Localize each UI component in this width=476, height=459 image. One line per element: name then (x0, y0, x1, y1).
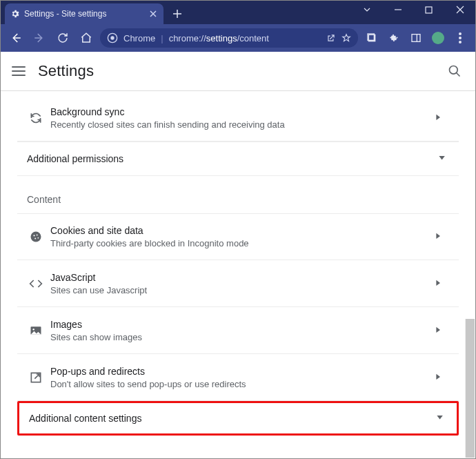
search-button[interactable] (445, 61, 464, 81)
chevron-down-icon[interactable] (351, 1, 382, 19)
site-label: Chrome (123, 33, 155, 43)
extensions-puzzle-icon[interactable] (384, 28, 404, 48)
chevron-down-icon (438, 156, 446, 162)
chevron-right-icon (430, 280, 446, 288)
cookie-icon (21, 230, 50, 244)
code-icon (21, 277, 50, 291)
window-maximize-button[interactable] (413, 1, 444, 19)
menu-button[interactable] (12, 66, 26, 76)
svg-point-11 (33, 235, 34, 236)
row-subtitle: Recently closed sites can finish sending… (50, 119, 430, 131)
gear-icon (10, 9, 20, 19)
tab-overview-icon[interactable] (362, 28, 381, 48)
nav-home-button[interactable] (77, 28, 96, 48)
svg-point-9 (450, 66, 458, 74)
new-tab-button[interactable] (168, 4, 187, 23)
share-icon[interactable] (326, 33, 336, 43)
window-titlebar: Settings - Site settings (1, 1, 475, 24)
expander-additional-permissions[interactable]: Additional permissions (17, 141, 459, 176)
nav-back-button[interactable] (6, 28, 26, 48)
row-background-sync[interactable]: Background sync Recently closed sites ca… (17, 95, 459, 141)
chevron-right-icon (430, 233, 446, 241)
address-bar[interactable]: Chrome | chrome://settings/content (100, 28, 358, 48)
browser-tab[interactable]: Settings - Site settings (5, 3, 163, 24)
tab-title: Settings - Site settings (24, 9, 106, 19)
row-title: Images (50, 318, 430, 331)
row-title: JavaScript (50, 271, 430, 284)
browser-menu-button[interactable] (450, 28, 470, 48)
bookmark-star-icon[interactable] (341, 33, 351, 43)
popup-icon (21, 371, 50, 384)
nav-reload-button[interactable] (53, 28, 72, 48)
row-subtitle: Sites can use Javascript (50, 284, 430, 297)
window-controls (351, 1, 475, 19)
settings-scroll-area: Background sync Recently closed sites ca… (1, 91, 475, 458)
svg-point-6 (459, 32, 462, 35)
svg-rect-5 (412, 35, 420, 42)
chevron-right-icon (430, 114, 446, 122)
chevron-down-icon (436, 416, 444, 421)
row-title: Background sync (50, 105, 430, 119)
chevron-right-icon (430, 373, 446, 382)
svg-point-8 (459, 41, 462, 43)
row-javascript[interactable]: JavaScript Sites can use Javascript (17, 260, 459, 307)
chevron-right-icon (430, 326, 446, 335)
row-subtitle: Don't allow sites to send pop-ups or use… (50, 378, 430, 391)
chrome-site-icon (107, 32, 118, 43)
settings-header: Settings (1, 52, 475, 90)
row-title: Pop-ups and redirects (50, 364, 430, 378)
scrollbar[interactable] (465, 319, 475, 458)
browser-toolbar: Chrome | chrome://settings/content (1, 24, 475, 52)
window-close-button[interactable] (444, 1, 475, 19)
url-text: chrome://settings/content (169, 33, 321, 43)
expander-label: Additional permissions (27, 153, 123, 164)
page-title: Settings (38, 62, 94, 80)
close-tab-button[interactable] (148, 9, 158, 19)
window-minimize-button[interactable] (382, 1, 413, 19)
expander-label: Additional content settings (29, 413, 141, 424)
side-panel-icon[interactable] (406, 28, 426, 48)
svg-rect-0 (426, 7, 432, 13)
row-subtitle: Third-party cookies are blocked in Incog… (50, 237, 430, 250)
row-title: Cookies and site data (50, 224, 430, 237)
image-icon (21, 324, 50, 338)
svg-point-12 (37, 235, 38, 236)
svg-point-7 (459, 37, 462, 39)
nav-forward-button[interactable] (30, 28, 49, 48)
svg-point-14 (38, 237, 39, 239)
sync-icon (21, 111, 50, 125)
row-popups[interactable]: Pop-ups and redirects Don't allow sites … (17, 354, 459, 401)
svg-point-10 (31, 232, 41, 242)
row-images[interactable]: Images Sites can show images (17, 307, 459, 354)
section-label-content: Content (17, 176, 459, 213)
profile-avatar-icon[interactable] (428, 28, 448, 48)
row-cookies[interactable]: Cookies and site data Third-party cookie… (17, 213, 459, 260)
svg-point-2 (110, 36, 114, 39)
svg-point-13 (34, 238, 36, 240)
row-subtitle: Sites can show images (50, 331, 430, 344)
svg-point-16 (32, 329, 34, 331)
expander-additional-content-settings[interactable]: Additional content settings (17, 401, 459, 436)
